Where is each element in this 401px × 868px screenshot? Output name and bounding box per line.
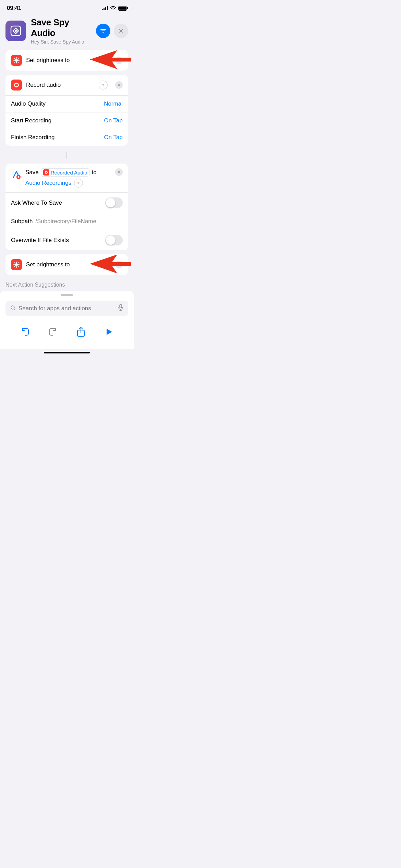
toolbar (5, 322, 128, 342)
svg-line-11 (18, 62, 18, 62)
brightness-icon-1 (11, 55, 22, 66)
redo-button[interactable] (45, 324, 60, 339)
status-time: 09:41 (7, 5, 21, 12)
page-title: Save Spy Audio (31, 17, 91, 38)
filter-button[interactable] (96, 24, 110, 38)
status-icons (102, 5, 127, 11)
header: Save Spy Audio Hey Siri, Save Spy Audio (0, 14, 134, 50)
brightness-label-2: Set brightness to (26, 261, 95, 268)
subpath-value[interactable]: /Subdirectory/FileName (35, 218, 96, 225)
bottom-section: Next Action Suggestions (0, 279, 134, 355)
brightness-label-1: Set brightness to (26, 57, 98, 64)
header-text: Save Spy Audio Hey Siri, Save Spy Audio (31, 17, 91, 45)
microphone-icon[interactable] (118, 304, 123, 313)
svg-point-22 (15, 263, 18, 266)
battery-icon (118, 6, 127, 11)
record-audio-card: Record audio ▾ × Audio Quality Normal St… (5, 75, 128, 146)
record-audio-chevron[interactable]: ▾ (99, 81, 108, 89)
record-icon (11, 80, 22, 91)
sheet-handle (61, 294, 73, 296)
undo-button[interactable] (17, 324, 33, 339)
share-button[interactable] (73, 324, 88, 339)
set-brightness-row-1: Set brightness to 0% × (5, 50, 128, 71)
overwrite-row[interactable]: Overwrite If File Exists (5, 230, 128, 250)
scroll-indicator (5, 150, 128, 159)
start-recording-label: Start Recording (11, 117, 51, 124)
brightness-close-1[interactable]: × (115, 57, 123, 64)
content-area: Set brightness to 0% × Record audio ▾ × (0, 50, 134, 275)
svg-line-28 (18, 266, 18, 266)
brightness-card-1: Set brightness to 0% × (5, 50, 128, 71)
brightness-close-2[interactable]: × (115, 261, 123, 268)
search-input[interactable] (19, 305, 115, 312)
svg-line-10 (14, 58, 15, 59)
subpath-label: Subpath (11, 218, 33, 225)
record-audio-close[interactable]: × (115, 81, 123, 89)
next-action-label: Next Action Suggestions (0, 279, 134, 291)
save-label: Save (25, 169, 39, 176)
start-recording-value[interactable]: On Tap (104, 117, 123, 124)
svg-line-33 (14, 309, 15, 310)
bottom-sheet (0, 291, 134, 349)
signal-icon (102, 6, 108, 10)
brightness-card-2: Set brightness to 50% × (5, 254, 128, 275)
recorded-audio-badge[interactable]: Recorded Audio (41, 168, 90, 177)
svg-line-27 (14, 263, 15, 263)
svg-line-12 (18, 58, 18, 59)
save-audio-header: Save Recorded Audio to Audio Recording (5, 164, 128, 193)
badge-record-icon (43, 169, 49, 176)
close-button[interactable] (114, 24, 128, 38)
svg-point-5 (15, 59, 18, 62)
play-button[interactable] (101, 324, 116, 339)
svg-point-21 (46, 172, 47, 173)
app-icon (5, 21, 26, 41)
finish-recording-row[interactable]: Finish Recording On Tap (5, 129, 128, 146)
finish-recording-value[interactable]: On Tap (104, 134, 123, 141)
set-brightness-row-2: Set brightness to 50% × (5, 254, 128, 275)
overwrite-toggle[interactable] (105, 235, 123, 245)
audio-quality-value[interactable]: Normal (104, 100, 123, 107)
brightness-value-1[interactable]: 0% (102, 57, 111, 64)
location-chevron[interactable]: ▾ (74, 179, 83, 188)
save-icon (11, 169, 22, 180)
brightness-icon-2 (11, 259, 22, 270)
ask-where-row[interactable]: Ask Where To Save (5, 193, 128, 213)
svg-line-29 (18, 263, 18, 263)
subpath-row[interactable]: Subpath /Subdirectory/FileName (5, 213, 128, 230)
audio-recordings-label[interactable]: Audio Recordings (25, 180, 71, 186)
svg-point-1 (15, 30, 17, 32)
brightness-value-2[interactable]: 50% (99, 261, 111, 268)
header-actions (96, 24, 128, 38)
recorded-audio-label: Recorded Audio (51, 170, 87, 176)
svg-point-19 (18, 176, 20, 178)
svg-line-30 (14, 266, 15, 266)
save-card-close[interactable]: × (115, 168, 123, 176)
siri-phrase: Hey Siri, Save Spy Audio (31, 39, 91, 45)
to-label: to (92, 169, 97, 176)
svg-rect-34 (120, 304, 122, 308)
ask-where-toggle[interactable] (105, 197, 123, 208)
finish-recording-label: Finish Recording (11, 134, 55, 141)
wifi-icon (110, 5, 116, 11)
audio-quality-row[interactable]: Audio Quality Normal (5, 96, 128, 112)
search-bar[interactable] (5, 301, 128, 316)
svg-point-16 (15, 84, 18, 86)
search-icon (10, 305, 16, 312)
svg-marker-38 (107, 329, 112, 335)
overwrite-label: Overwrite If File Exists (11, 237, 69, 244)
record-audio-header: Record audio ▾ × (5, 75, 128, 96)
save-audio-card: Save Recorded Audio to Audio Recording (5, 164, 128, 250)
svg-line-13 (14, 62, 15, 62)
audio-quality-label: Audio Quality (11, 100, 46, 107)
home-indicator (0, 349, 134, 355)
status-bar: 09:41 (0, 0, 134, 14)
start-recording-row[interactable]: Start Recording On Tap (5, 112, 128, 129)
ask-where-label: Ask Where To Save (11, 200, 62, 206)
record-audio-label: Record audio (26, 82, 95, 88)
